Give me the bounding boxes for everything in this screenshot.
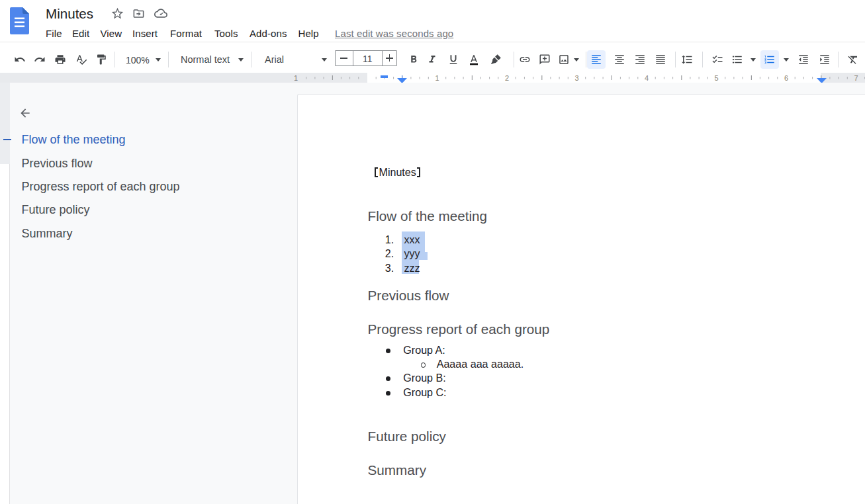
svg-text:6: 6 [784,74,788,82]
svg-text:5: 5 [714,74,718,82]
svg-text:3: 3 [574,74,578,82]
svg-text:2: 2 [505,74,509,82]
svg-text:1: 1 [294,74,298,82]
svg-text:7: 7 [854,74,858,82]
svg-text:1: 1 [435,74,439,82]
svg-text:4: 4 [645,74,649,82]
